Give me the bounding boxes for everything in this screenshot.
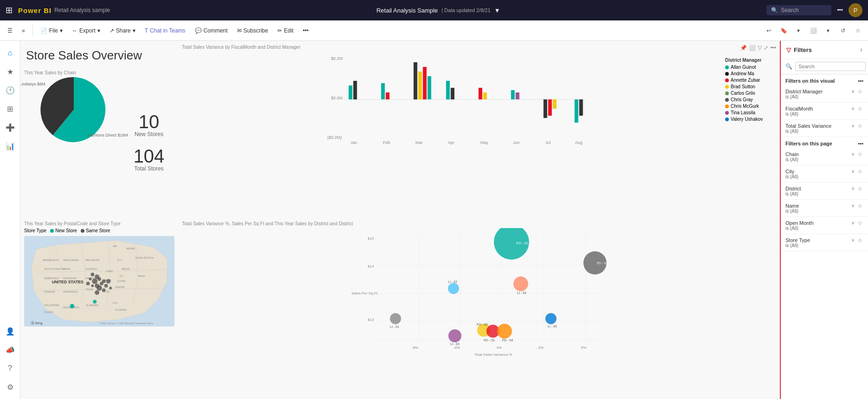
svg-rect-22 <box>579 99 583 116</box>
svg-text:Mar: Mar <box>416 140 423 145</box>
filter-chevron-button[interactable]: ∨ <box>850 237 856 243</box>
expand-button[interactable]: » <box>18 26 29 36</box>
filter-clear-button[interactable]: ◇ <box>857 123 863 129</box>
view-button[interactable]: ⬜ <box>807 24 820 37</box>
filter-clear-button[interactable]: ◇ <box>857 168 863 174</box>
view-chevron[interactable]: ▾ <box>822 24 835 37</box>
filter-funnel-icon: ▽ <box>786 46 791 53</box>
edit-label: Edit <box>284 27 294 34</box>
export-label: Export <box>79 27 96 34</box>
map-container: MINNESOTA SOUTH DAKOTA NEBRASKA KANSAS O… <box>24 236 174 327</box>
map-panel: This Year Sales by PostalCode and Store … <box>20 217 178 399</box>
filter-chevron-button[interactable]: ∨ <box>850 203 856 209</box>
filters-on-page-more[interactable]: ••• <box>858 141 863 146</box>
pie-kpi-row: This Year Sales by Chain Lindseys $6M <box>24 70 174 214</box>
filter-chevron-button[interactable]: ∨ <box>850 151 856 157</box>
refresh-button[interactable]: ↺ <box>836 24 849 37</box>
sidebar-item-create[interactable]: ➕ <box>2 119 19 136</box>
filter-clear-button[interactable]: ◇ <box>857 220 863 226</box>
filter-chevron-button[interactable]: ∨ <box>850 88 856 94</box>
comment-button[interactable]: 💬 Comment <box>191 26 231 36</box>
filter-item-header: Store Type ∨ ◇ <box>785 237 863 243</box>
filter-chevron-button[interactable]: ∨ <box>850 123 856 129</box>
kpi-card: 10 New Stores 104 Total Stores <box>123 70 174 214</box>
filter-chevron-button[interactable]: ∨ <box>850 168 856 174</box>
filter-clear-button[interactable]: ◇ <box>857 151 863 157</box>
legend-dot <box>725 85 729 89</box>
filter-name-open-month: Open Month <box>785 220 814 226</box>
sidebar-item-learn[interactable]: ? <box>2 360 19 377</box>
svg-point-120 <box>546 313 557 324</box>
export-button[interactable]: ↔ Export ▾ <box>68 26 104 36</box>
subscribe-button[interactable]: ✉ Subscribe <box>233 26 272 36</box>
bookmark-button[interactable]: 🔖 <box>777 24 790 37</box>
legend-dot <box>725 118 729 121</box>
grid-icon[interactable]: ⊞ <box>6 5 13 15</box>
share-button[interactable]: ↗ Share ▾ <box>106 26 139 36</box>
chat-in-teams-button[interactable]: T Chat in Teams <box>141 26 189 36</box>
filter-clear-button[interactable]: ◇ <box>857 105 863 111</box>
expand-visual-icon[interactable]: ⤢ <box>764 45 768 51</box>
svg-text:ILLINOIS: ILLINOIS <box>86 268 97 270</box>
filter-item-header: Chain ∨ ◇ <box>785 151 863 157</box>
filter-chevron-button[interactable]: ∨ <box>850 185 856 191</box>
dropdown-icon[interactable]: ▼ <box>494 7 500 14</box>
sidebar-item-favorites[interactable]: ★ <box>2 63 19 80</box>
teams-icon: T <box>145 27 148 34</box>
sidebar-item-settings[interactable]: ⚙ <box>2 379 19 395</box>
filter-visual-icon[interactable]: ▽ <box>758 45 762 51</box>
sidebar-item-datasets[interactable]: 📊 <box>2 137 19 154</box>
pin-icon[interactable]: 📌 <box>740 45 747 51</box>
more-visual-icon[interactable]: ••• <box>770 45 776 51</box>
svg-text:Jun: Jun <box>513 140 520 145</box>
new-store-label: New Store <box>55 228 77 233</box>
more-options-button[interactable]: ••• <box>835 5 845 15</box>
svg-point-76 <box>109 287 112 289</box>
collapse-button[interactable]: ☰ <box>4 26 16 36</box>
copy-icon[interactable]: ⬜ <box>749 45 756 51</box>
content-area: Store Sales Overview This Year Sales by … <box>20 41 868 399</box>
sidebar-item-account[interactable]: 👤 <box>2 323 19 340</box>
search-label: Search <box>781 7 798 13</box>
filter-chevron-button[interactable]: ∨ <box>850 105 856 111</box>
legend-label: Valery Ushakov <box>731 117 763 122</box>
bar-chart-header: Total Sales Variance by FiscalMonth and … <box>182 45 776 51</box>
filters-on-visual-more[interactable]: ••• <box>858 78 863 84</box>
filter-chevron-button[interactable]: ∨ <box>850 220 856 226</box>
top-search-box[interactable]: 🔍 Search <box>766 5 831 15</box>
favorite-button[interactable]: ☆ <box>851 24 864 37</box>
svg-text:LI - 03: LI - 03 <box>517 291 527 294</box>
sidebar-item-home[interactable]: ⌂ <box>2 45 19 61</box>
filter-item-city: City ∨ ◇ is (All) <box>781 165 868 183</box>
svg-text:KANSAS: KANSAS <box>44 290 55 293</box>
more-toolbar-button[interactable]: ••• <box>299 26 313 36</box>
svg-point-71 <box>91 284 94 287</box>
legend-dot <box>725 65 729 69</box>
svg-text:R.I.: R.I. <box>120 275 124 277</box>
filter-search-input[interactable] <box>795 62 866 71</box>
svg-text:WISCONSIN: WISCONSIN <box>63 259 79 262</box>
svg-text:FO - 03: FO - 03 <box>477 323 488 326</box>
sidebar-item-apps[interactable]: ⊞ <box>2 100 19 117</box>
svg-text:TEXAS: TEXAS <box>44 311 53 314</box>
total-stores-kpi: 104 Total Stores <box>134 147 165 172</box>
svg-point-111 <box>514 276 528 291</box>
edit-button[interactable]: ✏ Edit <box>274 26 297 36</box>
svg-rect-8 <box>414 62 418 99</box>
avatar[interactable]: P <box>849 3 862 17</box>
brand-area: Power BI Retail Analysis sample <box>18 7 110 14</box>
filter-clear-button[interactable]: ◇ <box>857 88 863 94</box>
filter-clear-button[interactable]: ◇ <box>857 237 863 243</box>
undo-button[interactable]: ↩ <box>762 24 775 37</box>
filters-on-visual-label: Filters on this visual <box>785 78 835 84</box>
file-button[interactable]: 📄 File ▾ <box>37 26 66 36</box>
sidebar-item-recent[interactable]: 🕐 <box>2 82 19 98</box>
filter-name-city: City <box>785 169 794 174</box>
filter-clear-button[interactable]: ◇ <box>857 203 863 209</box>
svg-text:MINNESOTA: MINNESOTA <box>43 259 58 262</box>
sidebar-item-notifications[interactable]: 📣 <box>2 341 19 358</box>
filter-close-icon[interactable]: › <box>860 46 862 54</box>
chevron-down-icon[interactable]: ▾ <box>792 24 805 37</box>
svg-point-78 <box>95 290 99 295</box>
filter-clear-button[interactable]: ◇ <box>857 185 863 191</box>
